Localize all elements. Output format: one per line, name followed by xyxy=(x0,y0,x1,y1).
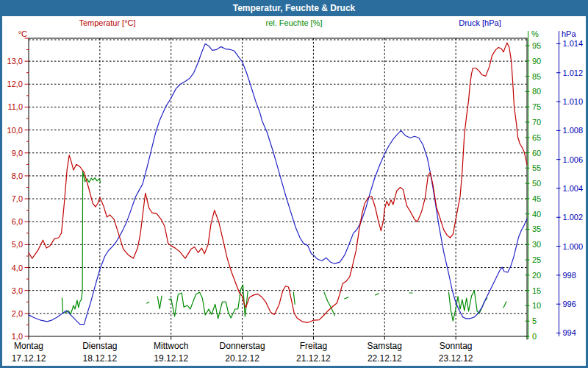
humidity-line xyxy=(324,292,335,316)
page-title: Temperatur, Feuchte & Druck xyxy=(233,3,356,13)
pressure-tick-label: 1.002 xyxy=(563,213,584,222)
humidity-tick-label: 25 xyxy=(532,255,541,264)
humidity-line xyxy=(449,291,487,321)
temp-tick-label: 11,0 xyxy=(7,102,23,111)
day-name-label: Dienstag xyxy=(82,341,117,351)
day-date-label: 18.12.12 xyxy=(82,353,117,364)
chart-canvas: Montag17.12.12Dienstag18.12.12Mittwoch19… xyxy=(0,0,588,368)
humidity-tick-label: 80 xyxy=(532,87,541,96)
temp-tick-label: 10,0 xyxy=(7,126,23,135)
temp-tick-label: 7,0 xyxy=(12,194,23,203)
temp-tick-label: 12,0 xyxy=(7,79,23,88)
humidity-tick-label: 90 xyxy=(532,57,541,66)
temp-tick-label: 6,0 xyxy=(12,217,23,226)
temp-tick-label: 8,0 xyxy=(12,171,23,180)
legend-humidity: rel. Feuchte [%] xyxy=(265,18,322,28)
humidity-tick-label: 45 xyxy=(532,194,541,203)
humidity-tick-label: 50 xyxy=(532,179,541,188)
day-date-label: 21.12.12 xyxy=(296,353,331,364)
humidity-unit-label: % xyxy=(531,29,539,38)
humidity-line xyxy=(147,302,149,303)
day-name-label: Samstag xyxy=(368,341,402,351)
pressure-tick-label: 1.014 xyxy=(563,39,584,48)
humidity-tick-label: 0 xyxy=(532,332,537,341)
day-name-label: Donnerstag xyxy=(220,341,265,351)
day-name-label: Montag xyxy=(14,341,43,351)
humidity-tick-label: 5 xyxy=(532,316,537,325)
temp-tick-label: 1,0 xyxy=(12,332,23,341)
pressure-tick-label: 996 xyxy=(563,300,576,308)
temp-unit-label: °C xyxy=(7,29,27,38)
day-date-label: 20.12.12 xyxy=(225,353,259,364)
temp-tick-label: 13,0 xyxy=(7,57,23,66)
temp-tick-label: 9,0 xyxy=(12,149,23,158)
pressure-tick-label: 998 xyxy=(563,271,576,280)
humidity-tick-label: 85 xyxy=(532,72,541,81)
legend-pressure: Druck [hPa] xyxy=(459,18,501,28)
humidity-tick-label: 20 xyxy=(532,271,541,280)
humidity-line xyxy=(157,296,162,309)
humidity-tick-label: 60 xyxy=(532,149,541,158)
day-date-label: 19.12.12 xyxy=(154,353,188,364)
temp-tick-label: 3,0 xyxy=(12,286,23,295)
day-date-label: 17.12.12 xyxy=(12,353,46,364)
day-name-label: Sonntag xyxy=(440,341,473,351)
app-window: Temperatur, Feuchte & Druck Montag17.12.… xyxy=(0,0,588,368)
pressure-tick-label: 1.004 xyxy=(563,184,584,193)
pressure-tick-label: 1.010 xyxy=(563,97,584,106)
pressure-tick-label: 1.008 xyxy=(563,126,584,135)
pressure-tick-label: 1.012 xyxy=(563,68,584,77)
pressure-tick-label: 1.006 xyxy=(563,155,584,164)
humidity-line xyxy=(62,171,101,315)
temp-tick-label: 2,0 xyxy=(12,309,23,318)
pressure-tick-label: 994 xyxy=(563,328,576,337)
pressure-tick-label: 1.000 xyxy=(563,242,584,251)
temp-tick-label: 4,0 xyxy=(12,263,23,272)
humidity-tick-label: 55 xyxy=(532,163,541,172)
humidity-tick-label: 30 xyxy=(532,240,541,249)
humidity-tick-label: 95 xyxy=(532,41,541,50)
day-name-label: Freitag xyxy=(300,341,327,351)
humidity-tick-label: 70 xyxy=(532,118,541,127)
humidity-tick-label: 35 xyxy=(532,224,541,233)
legend-temperature: Temperatur [°C] xyxy=(79,18,135,28)
humidity-tick-label: 75 xyxy=(532,102,541,111)
humidity-tick-label: 65 xyxy=(532,133,541,142)
temp-tick-label: 5,0 xyxy=(12,240,23,249)
day-date-label: 23.12.12 xyxy=(439,353,473,364)
humidity-tick-label: 10 xyxy=(532,301,541,310)
humidity-line xyxy=(376,294,379,295)
humidity-line xyxy=(293,292,295,304)
humidity-tick-label: 40 xyxy=(532,210,541,219)
temperature-line xyxy=(29,43,527,322)
pressure-line xyxy=(29,44,527,325)
humidity-line xyxy=(503,302,506,308)
pressure-unit-label: hPa xyxy=(562,29,576,38)
title-bar: Temperatur, Feuchte & Druck xyxy=(0,0,588,16)
day-name-label: Mittwoch xyxy=(154,341,188,351)
day-date-label: 22.12.12 xyxy=(368,353,402,364)
humidity-line xyxy=(345,297,348,299)
humidity-tick-label: 15 xyxy=(532,286,541,295)
